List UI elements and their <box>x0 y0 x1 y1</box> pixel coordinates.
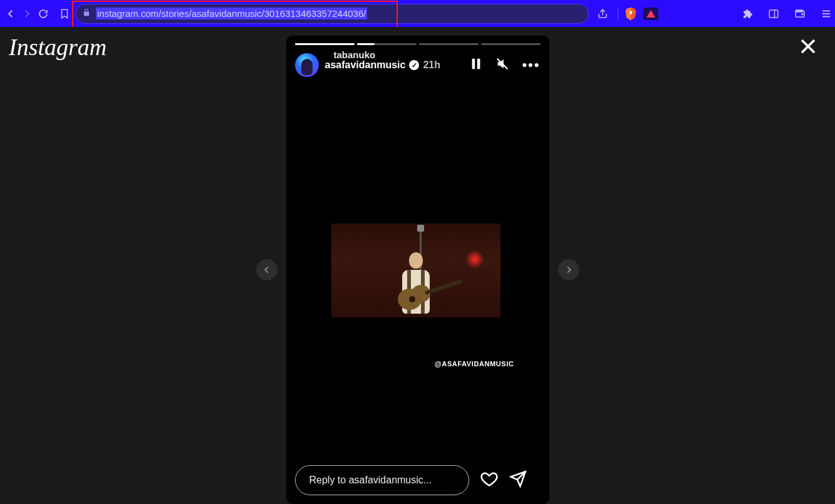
wallet-icon <box>794 8 806 19</box>
reply-input[interactable]: Reply to asafavidanmusic... <box>295 465 469 495</box>
page-viewport: Instagram tabanuko asafavidanmusic ✓ <box>0 27 835 504</box>
volume-muted-icon <box>495 57 509 71</box>
lock-icon <box>82 8 91 19</box>
share-icon <box>597 8 608 19</box>
story-progress <box>295 43 541 45</box>
app-menu-button[interactable] <box>817 5 835 23</box>
story-card[interactable]: tabanuko asafavidanmusic ✓ 21h ••• <box>286 36 549 504</box>
bookmark-icon <box>59 8 70 19</box>
previous-story-button[interactable] <box>256 259 277 280</box>
story-username[interactable]: asafavidanmusic ✓ 21h <box>325 59 441 71</box>
toolbar-divider <box>618 8 618 20</box>
reload-icon <box>38 8 49 19</box>
story-footer: Reply to asafavidanmusic... <box>295 465 541 495</box>
heart-icon <box>480 470 498 488</box>
story-media <box>331 224 500 317</box>
next-story-button[interactable] <box>558 259 579 280</box>
svg-rect-11 <box>477 59 480 69</box>
brave-shields-icon[interactable] <box>625 6 637 21</box>
puzzle-icon <box>742 8 753 19</box>
sidepanel-button[interactable] <box>765 5 782 23</box>
chevron-left-icon <box>262 265 272 275</box>
browser-toolbar: instagram.com/stories/asafavidanmusic/30… <box>0 0 835 27</box>
svg-point-4 <box>802 13 803 14</box>
back-button[interactable] <box>5 5 16 23</box>
progress-segment <box>481 43 541 45</box>
progress-segment <box>419 43 479 45</box>
progress-segment <box>295 43 355 45</box>
close-icon <box>799 37 817 56</box>
pause-button[interactable] <box>469 57 483 73</box>
back-icon <box>5 8 16 19</box>
address-bar[interactable]: instagram.com/stories/asafavidanmusic/30… <box>75 4 589 24</box>
panel-icon <box>768 8 779 19</box>
progress-segment <box>357 43 417 45</box>
avatar[interactable] <box>295 53 319 77</box>
story-header: tabanuko asafavidanmusic ✓ 21h ••• <box>295 53 541 77</box>
bookmark-button[interactable] <box>59 5 70 23</box>
close-button[interactable] <box>799 37 817 58</box>
reload-button[interactable] <box>38 5 49 23</box>
username-text: asafavidanmusic <box>325 59 406 71</box>
share-story-button[interactable] <box>509 470 527 490</box>
extensions-button[interactable] <box>739 5 756 23</box>
send-icon <box>509 470 527 488</box>
like-button[interactable] <box>480 470 498 490</box>
pause-icon <box>469 57 483 71</box>
story-timestamp: 21h <box>423 59 440 71</box>
hamburger-icon <box>821 8 832 19</box>
story-mention-tag[interactable]: @ASAFAVIDANMUSIC <box>435 360 514 368</box>
mute-button[interactable] <box>495 57 509 73</box>
svg-rect-0 <box>769 10 778 18</box>
wallet-button[interactable] <box>791 5 809 23</box>
story-stage: tabanuko asafavidanmusic ✓ 21h ••• <box>256 36 579 504</box>
forward-icon <box>21 8 33 19</box>
brave-rewards-icon[interactable] <box>643 8 658 20</box>
reply-placeholder: Reply to asafavidanmusic... <box>309 475 432 486</box>
shared-by-label: tabanuko <box>334 49 376 60</box>
chevron-right-icon <box>564 265 574 275</box>
instagram-logo[interactable]: Instagram <box>9 33 106 61</box>
forward-button[interactable] <box>21 5 33 23</box>
svg-rect-10 <box>472 59 475 69</box>
share-button[interactable] <box>594 5 611 23</box>
verified-badge-icon: ✓ <box>409 60 419 70</box>
url-text: instagram.com/stories/asafavidanmusic/30… <box>96 8 367 19</box>
